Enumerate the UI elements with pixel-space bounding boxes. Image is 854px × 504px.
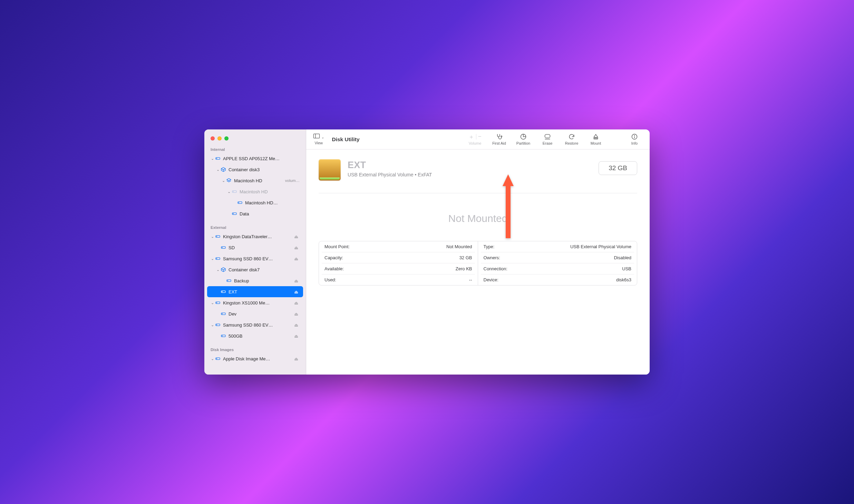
sidebar-item-apple-disk-image[interactable]: ⌄ Apple Disk Image Me… ⏏	[207, 353, 303, 364]
window-controls	[204, 132, 306, 145]
svg-point-21	[222, 313, 222, 314]
hard-drive-icon	[215, 234, 221, 239]
container-icon	[220, 167, 226, 172]
sidebar-item-sublabel: volum…	[284, 178, 300, 183]
eject-icon[interactable]: ⏏	[293, 245, 300, 250]
sidebar-item-label: APPLE SSD AP0512Z Me…	[221, 156, 300, 161]
svg-rect-28	[313, 134, 319, 138]
toolbar-partition-button[interactable]: Partition	[514, 133, 532, 145]
sidebar-item-samsung-ssd-a[interactable]: ⌄ Samsung SSD 860 EV… ⏏	[207, 253, 303, 264]
toolbar-volume-buttons: ＋ − Volume	[466, 133, 484, 145]
chevron-down-icon[interactable]: ⌄	[215, 268, 220, 272]
table-row: Mount Point:Not Mounted	[322, 241, 475, 252]
eject-icon[interactable]: ⏏	[293, 234, 300, 239]
sidebar-item-label: Backup	[232, 278, 293, 283]
sidebar-item-label: Macintosh HD	[237, 189, 300, 194]
sidebar-item-dev[interactable]: Dev ⏏	[207, 308, 303, 319]
minimize-window-button[interactable]	[217, 136, 222, 140]
volume-content: EXT USB External Physical Volume • ExFAT…	[306, 149, 650, 375]
sidebar-item-samsung-ssd-b[interactable]: ⌄ Samsung SSD 860 EV… ⏏	[207, 319, 303, 330]
sidebar-item-macintosh-hd-snapshot[interactable]: ⌄ Macintosh HD	[207, 186, 303, 197]
toolbar-view-menu[interactable]: ⌄ View	[313, 134, 324, 145]
toolbar-first-aid-button[interactable]: First Aid	[490, 133, 508, 145]
info-icon	[631, 133, 638, 140]
chevron-down-icon[interactable]: ⌄	[226, 190, 231, 194]
eraser-icon	[544, 133, 551, 140]
chevron-down-icon[interactable]: ⌄	[215, 167, 220, 172]
eject-icon[interactable]: ⏏	[293, 311, 300, 317]
main-pane: ⌄ View Disk Utility ＋ − Volume First Aid…	[306, 129, 650, 375]
hard-drive-icon	[220, 311, 226, 317]
toolbar-mount-button[interactable]: Mount	[587, 133, 605, 145]
eject-icon[interactable]: ⏏	[293, 289, 300, 294]
toolbar-erase-button[interactable]: Erase	[538, 133, 556, 145]
sidebar-item-backup[interactable]: Backup ⏏	[207, 275, 303, 286]
restore-icon	[568, 133, 575, 140]
svg-rect-33	[594, 138, 598, 139]
sidebar-item-kingston-datatraveler[interactable]: ⌄ Kingston DataTraveler… ⏏	[207, 231, 303, 242]
svg-point-5	[239, 202, 239, 203]
svg-point-25	[222, 336, 222, 336]
sidebar-tree-images: ⌄ Apple Disk Image Me… ⏏	[204, 353, 306, 364]
chevron-down-icon[interactable]: ⌄	[210, 301, 215, 305]
zoom-window-button[interactable]	[224, 136, 229, 140]
eject-icon[interactable]: ⏏	[293, 300, 300, 306]
chevron-down-icon[interactable]: ⌄	[210, 323, 215, 327]
chevron-down-icon[interactable]: ⌄	[210, 156, 215, 161]
eject-icon[interactable]: ⏏	[293, 333, 300, 339]
chevron-down-icon[interactable]: ⌄	[210, 357, 215, 361]
sidebar-tree-external: ⌄ Kingston DataTraveler… ⏏ SD ⏏ ⌄ Samsun…	[204, 231, 306, 341]
disk-utility-window: Internal ⌄ APPLE SSD AP0512Z Me… ⌄ Conta…	[204, 129, 650, 375]
toolbar-info-button[interactable]: Info	[625, 133, 643, 145]
hard-drive-icon	[231, 189, 237, 194]
svg-point-1	[216, 158, 217, 158]
chevron-down-icon[interactable]: ⌄	[210, 256, 215, 261]
sidebar-toggle-icon: ⌄	[313, 134, 324, 140]
table-row: Capacity:32 GB	[322, 252, 475, 263]
details-right-column: Type:USB External Physical Volume Owners…	[478, 241, 637, 285]
sidebar-item-label: SD	[226, 245, 293, 250]
sidebar-item-macintosh-hd-volume-group[interactable]: ⌄ Macintosh HD volum…	[207, 175, 303, 186]
eject-icon[interactable]: ⏏	[293, 256, 300, 261]
svg-point-9	[216, 236, 217, 236]
svg-point-15	[227, 280, 228, 281]
eject-icon[interactable]: ⏏	[293, 322, 300, 328]
details-left-column: Mount Point:Not Mounted Capacity:32 GB A…	[319, 241, 478, 285]
volume-status-text: Not Mounted	[319, 213, 637, 224]
stethoscope-icon	[496, 133, 503, 140]
sidebar-item-ext[interactable]: EXT ⏏	[207, 286, 303, 297]
plus-minus-icon: ＋ −	[468, 133, 481, 140]
toolbar-volume-label: Volume	[469, 141, 482, 145]
sidebar-item-container-disk7[interactable]: ⌄ Container disk7	[207, 264, 303, 275]
svg-point-19	[216, 302, 217, 303]
svg-point-3	[233, 191, 233, 192]
eject-icon[interactable]: ⏏	[293, 278, 300, 283]
sidebar-tree-internal: ⌄ APPLE SSD AP0512Z Me… ⌄ Container disk…	[204, 153, 306, 219]
toolbar-restore-button[interactable]: Restore	[563, 133, 581, 145]
hard-drive-icon	[226, 278, 232, 283]
sidebar-item-container-disk3[interactable]: ⌄ Container disk3	[207, 164, 303, 175]
svg-point-11	[222, 247, 222, 248]
hard-drive-icon	[215, 322, 221, 328]
sidebar-item-apple-ssd[interactable]: ⌄ APPLE SSD AP0512Z Me…	[207, 153, 303, 164]
hard-drive-icon	[215, 300, 221, 306]
sidebar-item-500gb[interactable]: 500GB ⏏	[207, 330, 303, 341]
sidebar-item-label: Samsung SSD 860 EV…	[221, 322, 293, 328]
sidebar-item-sd[interactable]: SD ⏏	[207, 242, 303, 253]
sidebar-item-label: Kingston XS1000 Me…	[221, 300, 293, 306]
table-row: Connection:USB	[481, 263, 634, 274]
chevron-down-icon[interactable]: ⌄	[210, 234, 215, 239]
sidebar-item-label: Kingston DataTraveler…	[221, 234, 293, 239]
sidebar-item-macintosh-hd-data-snapshot[interactable]: Macintosh HD…	[207, 197, 303, 208]
hard-drive-icon	[215, 156, 221, 161]
volume-size-badge: 32 GB	[599, 161, 637, 175]
eject-icon[interactable]: ⏏	[293, 356, 300, 361]
svg-point-30	[501, 136, 502, 137]
sidebar-item-kingston-xs1000[interactable]: ⌄ Kingston XS1000 Me… ⏏	[207, 297, 303, 308]
sidebar-item-data[interactable]: Data	[207, 208, 303, 219]
close-window-button[interactable]	[211, 136, 215, 140]
sidebar-item-label: EXT	[226, 289, 293, 294]
sidebar: Internal ⌄ APPLE SSD AP0512Z Me… ⌄ Conta…	[204, 129, 306, 375]
chevron-down-icon[interactable]: ⌄	[221, 178, 226, 183]
table-row: Used:--	[322, 274, 475, 285]
